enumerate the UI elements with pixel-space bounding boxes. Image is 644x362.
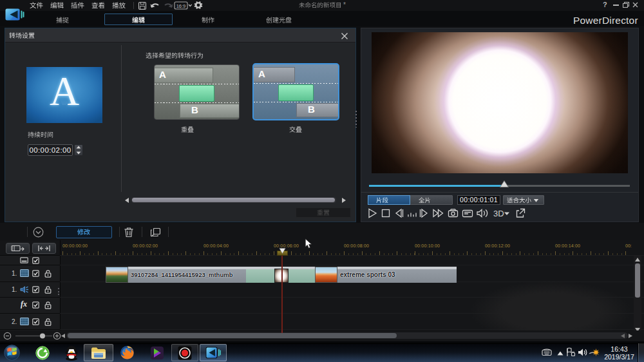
svg-text:3D: 3D xyxy=(493,209,504,218)
svg-text:16:9: 16:9 xyxy=(176,3,186,9)
